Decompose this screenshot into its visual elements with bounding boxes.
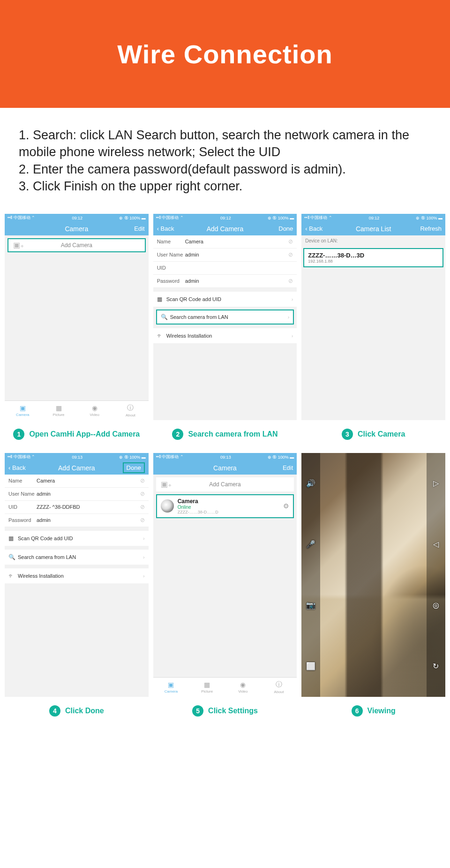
- caption-text: Click Done: [65, 706, 104, 715]
- wifi-icon: ᯤ: [157, 332, 166, 339]
- caption-text: Viewing: [368, 706, 396, 715]
- name-field[interactable]: NameCamera⊘: [153, 235, 297, 249]
- right-controls: ▷ ◁ ◎ ↻: [427, 453, 445, 697]
- screen-1: ••Ⅱ 中国移动 ⌃ 09:12 ⊕ ⦿ 100% ▬ Camera Edit …: [5, 214, 149, 420]
- add-camera-button[interactable]: ▣₊ Add Camera: [8, 238, 146, 252]
- nav-bar: Camera Edit: [5, 222, 149, 235]
- tab-bar: ▣Camera ▦Picture ◉Video ⓘAbout: [153, 677, 297, 697]
- step-badge-4: 4: [49, 705, 60, 717]
- clear-icon[interactable]: ⊘: [288, 251, 293, 258]
- step-badge-3: 3: [342, 429, 353, 440]
- caption-2: 2 Search camera from LAN: [153, 420, 297, 448]
- camera-thumbnail: [161, 499, 174, 513]
- search-icon: 🔍: [161, 314, 170, 320]
- caption-5: 5 Click Settings: [153, 697, 297, 725]
- tab-about[interactable]: ⓘAbout: [112, 401, 149, 420]
- camera-icon: ▣: [20, 404, 26, 412]
- nav-bar: ‹ Back Camera List Refresh: [301, 222, 445, 235]
- screen-4: ••Ⅱ 中国移动 ⌃ 09:13 ⊕ ⦿ 100% ▬ ‹ Back Add C…: [5, 453, 149, 697]
- nav-title: Camera: [5, 225, 149, 233]
- status-bar: ••Ⅱ 中国移动 ⌃ 09:12 ⊕ ⦿ 100% ▬: [153, 214, 297, 222]
- done-button[interactable]: Done: [278, 225, 293, 232]
- camera-uid: ZZZZ-……38-D……D: [178, 510, 218, 514]
- record-icon[interactable]: ⬜: [306, 662, 315, 671]
- step-badge-1: 1: [13, 429, 24, 440]
- picture-icon: ▦: [56, 404, 62, 412]
- clear-icon[interactable]: ⊘: [140, 477, 145, 484]
- snapshot-icon[interactable]: 📷: [306, 601, 315, 610]
- left-controls: 🔊 🎤 📷 ⬜: [301, 453, 320, 697]
- name-field[interactable]: NameCamera⊘: [5, 475, 149, 488]
- device-item[interactable]: ZZZZ-……38-D…3D 192.168.1.88: [303, 248, 443, 267]
- username-field[interactable]: User Nameadmin⊘: [5, 488, 149, 501]
- speaker-icon[interactable]: 🔊: [306, 479, 315, 488]
- tab-video[interactable]: ◉Video: [76, 401, 112, 420]
- focus-icon[interactable]: ◎: [433, 601, 439, 610]
- uid-field[interactable]: UID: [153, 262, 297, 275]
- page-title: Wire Connection: [117, 39, 332, 69]
- nav-title: Camera: [153, 464, 297, 472]
- edit-button[interactable]: Edit: [283, 464, 293, 471]
- instruction-1: 1. Search: click LAN Search button, sear…: [19, 127, 431, 161]
- clear-icon[interactable]: ⊘: [140, 491, 145, 497]
- clock: 09:12: [72, 216, 82, 220]
- uid-field[interactable]: UIDZZZZ- ^38-DDFBD⊘: [5, 501, 149, 514]
- caption-6: 6 Viewing: [301, 697, 445, 725]
- clear-icon[interactable]: ⊘: [288, 238, 293, 245]
- search-lan-option[interactable]: 🔍Search camera from LAN›: [156, 309, 294, 325]
- mic-icon[interactable]: 🎤: [306, 540, 315, 549]
- password-field[interactable]: Passwordadmin⊘: [153, 275, 297, 288]
- tab-camera[interactable]: ▣Camera: [5, 401, 41, 420]
- tab-picture[interactable]: ▦Picture: [189, 678, 225, 697]
- done-button[interactable]: Done: [123, 462, 145, 473]
- scan-qr-option[interactable]: ▦Scan QR Code add UID›: [153, 292, 297, 307]
- username-field[interactable]: User Nameadmin⊘: [153, 249, 297, 262]
- wireless-option[interactable]: ᯤWireless Installation›: [153, 328, 297, 343]
- camera-list-item[interactable]: Camera Online ZZZZ-……38-D……D ⚙: [156, 494, 294, 518]
- back-button[interactable]: ‹ Back: [8, 464, 26, 471]
- device-ip: 192.168.1.88: [308, 259, 439, 264]
- wireless-option[interactable]: ᯤWireless Installation›: [5, 568, 149, 583]
- flip-icon[interactable]: ◁: [433, 540, 439, 549]
- info-icon: ⓘ: [276, 680, 282, 689]
- screen-2: ••Ⅱ 中国移动 ⌃ 09:12 ⊕ ⦿ 100% ▬ ‹ Back Add C…: [153, 214, 297, 420]
- mirror-icon[interactable]: ▷: [433, 479, 439, 488]
- search-lan-option[interactable]: 🔍Search camera from LAN›: [5, 550, 149, 565]
- add-camera-label: Add Camera: [209, 481, 240, 488]
- refresh-button[interactable]: Refresh: [420, 225, 442, 232]
- status-bar: ••Ⅱ 中国移动 ⌃ 09:12 ⊕ ⦿ 100% ▬: [5, 214, 149, 222]
- edit-button[interactable]: Edit: [134, 225, 144, 232]
- instruction-3: 3. Click Finish on the upper right corne…: [19, 178, 431, 195]
- screen-5: ••Ⅱ 中国移动 ⌃ 09:13 ⊕ ⦿ 100% ▬ Camera Edit …: [153, 453, 297, 697]
- camera-plus-icon: ▣₊: [161, 480, 172, 489]
- camera-name: Camera: [178, 498, 218, 505]
- caption-3: 3 Click Camera: [301, 420, 445, 448]
- nav-bar: ‹ Back Add Camera Done: [5, 461, 149, 475]
- back-button[interactable]: ‹ Back: [157, 225, 174, 232]
- carrier: ••Ⅱ 中国移动 ⌃: [8, 215, 35, 221]
- password-field[interactable]: Passwordadmin⊘: [5, 514, 149, 527]
- refresh-icon[interactable]: ↻: [433, 662, 439, 671]
- gear-icon[interactable]: ⚙: [283, 502, 289, 510]
- chevron-right-icon: ›: [143, 573, 145, 579]
- screenshots-grid: ••Ⅱ 中国移动 ⌃ 09:12 ⊕ ⦿ 100% ▬ Camera Edit …: [0, 209, 450, 730]
- screen-6-live-view[interactable]: 🔊 🎤 📷 ⬜ ▷ ◁ ◎ ↻: [301, 453, 445, 697]
- qr-icon: ▦: [8, 535, 18, 542]
- clear-icon[interactable]: ⊘: [288, 278, 293, 284]
- clear-icon[interactable]: ⊘: [140, 504, 145, 510]
- back-button[interactable]: ‹ Back: [305, 225, 322, 232]
- tab-video[interactable]: ◉Video: [225, 678, 261, 697]
- tab-about[interactable]: ⓘAbout: [261, 678, 297, 697]
- tab-picture[interactable]: ▦Picture: [41, 401, 77, 420]
- caption-4: 4 Click Done: [5, 697, 149, 725]
- nav-bar: Camera Edit: [153, 461, 297, 475]
- nav-bar: ‹ Back Add Camera Done: [153, 222, 297, 235]
- video-icon: ◉: [240, 681, 246, 688]
- add-camera-button[interactable]: ▣₊ Add Camera: [156, 477, 294, 491]
- scan-qr-option[interactable]: ▦Scan QR Code add UID›: [5, 531, 149, 546]
- chevron-right-icon: ›: [143, 554, 145, 560]
- step-badge-2: 2: [172, 429, 183, 440]
- search-icon: 🔍: [8, 554, 18, 560]
- clear-icon[interactable]: ⊘: [140, 517, 145, 523]
- tab-camera[interactable]: ▣Camera: [153, 678, 189, 697]
